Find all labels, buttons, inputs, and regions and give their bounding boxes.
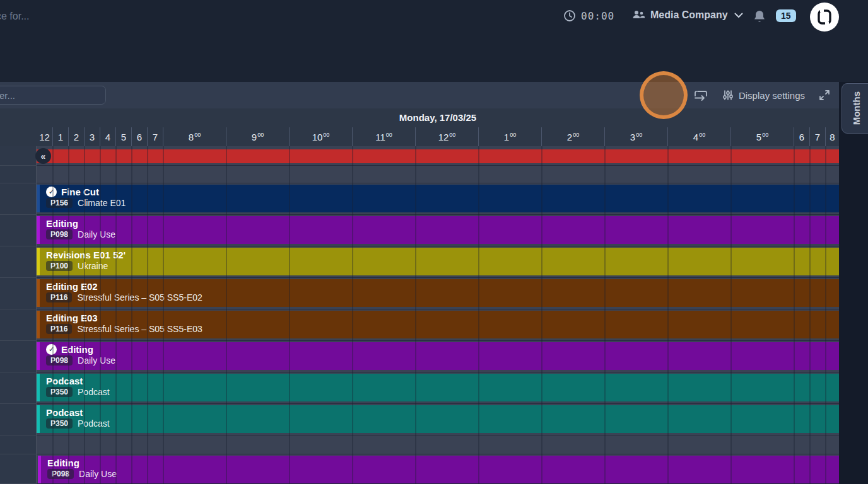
schedule-row: Revisions E01 52'P100Ukraine [0, 246, 839, 278]
sliders-icon [722, 89, 734, 101]
hour-label: 4 [100, 127, 115, 146]
project-code-badge: P116 [46, 292, 72, 302]
fullscreen-button[interactable] [819, 89, 830, 101]
hour-label: 1 [52, 127, 68, 146]
company-selector[interactable]: Media Company [631, 9, 743, 21]
project-code-badge: P156 [46, 198, 73, 208]
day-label: Monday, 17/03/25 [37, 112, 839, 123]
fit-width-button[interactable] [695, 89, 708, 101]
booking-title: Editing [46, 218, 78, 229]
bell-icon [753, 9, 766, 23]
project-code-badge: P098 [46, 355, 73, 366]
right-side-strip: Months [839, 82, 868, 484]
booking-title: Podcast [46, 407, 83, 418]
booking-subtitle: Stressful Series – S05 SS5-E03 [77, 324, 202, 334]
project-code-badge: P116 [46, 324, 72, 334]
booking-bar[interactable]: EditingP098Daily Use [38, 456, 839, 483]
row-track: ✓Fine CutP156Climate E01 [37, 183, 839, 215]
project-code-badge: P098 [46, 229, 73, 239]
resource-cell [0, 404, 37, 435]
confirmed-check-icon: ✓ [46, 344, 57, 355]
resource-cell [0, 215, 37, 246]
months-tab-label: Months [851, 91, 862, 125]
tracked-time: 00:00 [563, 9, 614, 22]
resource-cell [0, 372, 37, 404]
chevron-down-icon [734, 13, 743, 18]
booking-title: Revisions E01 52' [46, 250, 126, 260]
collapse-button[interactable]: « [35, 148, 51, 164]
hour-label: 5 [115, 127, 131, 146]
booking-bar[interactable]: EditingP098Daily Use [37, 216, 839, 244]
booking-bar[interactable]: PodcastP350Podcast [37, 374, 839, 401]
hour-label: 1000 [289, 127, 352, 146]
row-track: EditingP098Daily Use [37, 215, 839, 246]
row-track: PodcastP350Podcast [37, 404, 839, 435]
hour-label: 2 [68, 127, 84, 146]
schedule-row [0, 166, 839, 183]
timeline-header: Monday, 17/03/25 12123456780090010001100… [0, 108, 839, 146]
row-track: PodcastP350Podcast [37, 372, 839, 404]
resource-cell [0, 454, 37, 484]
resource-cell [0, 309, 37, 341]
hour-label: 7 [809, 127, 825, 146]
booking-bar[interactable]: Editing E03P116Stressful Series – S05 SS… [37, 311, 839, 338]
booking-subtitle: Ukraine [78, 261, 108, 271]
expand-icon [819, 89, 830, 101]
booking-subtitle: Daily Use [79, 469, 117, 479]
resource-cell [0, 183, 37, 215]
time-value: 00:00 [581, 10, 614, 22]
project-code-badge: P098 [47, 469, 74, 479]
filter-bar: Display settings [0, 82, 839, 108]
display-settings-button[interactable]: Display settings [722, 89, 805, 101]
hour-label: 12 [37, 127, 52, 146]
clock-icon [563, 9, 576, 22]
main-area: Display settings Monday, 17/03/25 121234… [0, 82, 868, 484]
booking-title: Editing [61, 344, 93, 355]
booking-bar[interactable]: Revisions E01 52'P100Ukraine [37, 248, 839, 275]
schedule-row: EditingP098Daily Use [0, 454, 839, 484]
notifications-button[interactable] [753, 9, 766, 23]
hour-label: 300 [604, 127, 667, 146]
company-name: Media Company [650, 9, 728, 21]
filter-input[interactable] [0, 86, 106, 105]
booking-bar[interactable]: ✓EditingP098Daily Use [37, 342, 839, 370]
unavailability-marker-bar[interactable] [37, 149, 839, 163]
hour-label: 200 [541, 127, 604, 146]
booking-bar[interactable]: PodcastP350Podcast [37, 405, 839, 433]
resource-cell [0, 166, 37, 183]
schedule-row: Editing E02P116Stressful Series – S05 SS… [0, 278, 839, 309]
resource-cell [0, 341, 37, 372]
timeline-body: «✓Fine CutP156Climate E01EditingP098Dail… [0, 146, 839, 484]
booking-bar[interactable]: Editing E02P116Stressful Series – S05 SS… [37, 279, 839, 307]
confirmed-check-icon: ✓ [46, 187, 57, 197]
hour-label: 1100 [352, 127, 415, 146]
schedule-row: EditingP098Daily Use [0, 215, 839, 246]
hour-label: 100 [478, 127, 541, 146]
schedule-row: ✓Fine CutP156Climate E01 [0, 183, 839, 215]
schedule-row: PodcastP350Podcast [0, 404, 839, 435]
resource-cell [0, 146, 37, 166]
booking-bar[interactable]: ✓Fine CutP156Climate E01 [37, 185, 839, 212]
project-code-badge: P100 [46, 261, 73, 271]
user-avatar[interactable] [810, 3, 839, 32]
booking-subtitle: Climate E01 [78, 198, 126, 208]
app-logo-icon [816, 8, 833, 26]
tab-months[interactable]: Months [842, 83, 868, 134]
schedule-row [0, 435, 839, 454]
hour-label: 400 [667, 127, 730, 146]
resource-cell [0, 278, 37, 309]
booking-title: Podcast [46, 376, 83, 386]
hour-label: 7 [147, 127, 163, 146]
row-track [37, 435, 839, 454]
global-search-input[interactable]: ce for... [0, 11, 29, 22]
row-track: « [37, 146, 839, 166]
hour-label: 500 [730, 127, 794, 146]
hour-label: 800 [163, 127, 226, 146]
booking-title: Fine Cut [61, 187, 99, 197]
schedule-rows: «✓Fine CutP156Climate E01EditingP098Dail… [0, 146, 839, 484]
resource-cell [0, 246, 37, 278]
row-track: EditingP098Daily Use [37, 454, 839, 484]
scheduling-app: ce for... 00:00 Media Company [0, 0, 868, 484]
schedule-row: « [0, 146, 839, 166]
hour-label: 8 [825, 127, 839, 146]
